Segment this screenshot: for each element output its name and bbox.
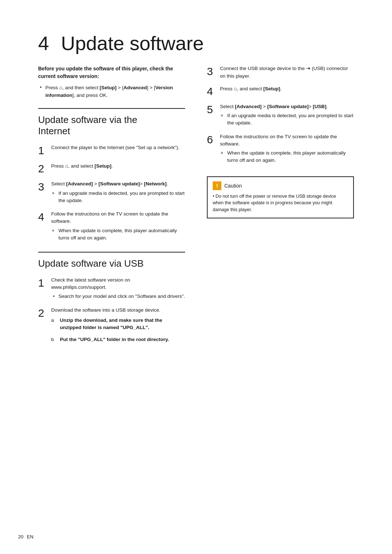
usb-right-step-6-sub: When the update is complete, this player… [220,149,354,164]
usb-right-steps-list: 3 Connect the USB storage device to the … [207,65,354,165]
caution-icon: ! [213,181,221,190]
usb-step-2: 2 Download the software into a USB stora… [38,307,185,348]
usb-right-step-3: 3 Connect the USB storage device to the … [207,65,354,80]
page-footer: 20 EN [18,534,33,539]
main-title: 4 Update software [38,33,354,54]
usb-steps-list: 1 Check the latest software version on w… [38,276,185,348]
usb-step-2b: b Put the "UPG_ALL" folder in the root d… [51,336,185,343]
internet-step-3-sub: If an upgrade media is detected, you are… [51,190,185,205]
section-internet-title: Update software via theInternet [38,114,185,137]
caution-header: ! Caution [213,181,348,190]
internet-step-1: 1 Connect the player to the Internet (se… [38,144,185,157]
usb-section-divider [38,252,185,253]
intro-bullet-1: Press ⌂, and then select [Setup] > [Adva… [38,84,185,99]
caution-text: • Do not turn off the power or remove th… [213,193,348,213]
internet-step-3: 3 Select [Advanced] > [Software update]>… [38,180,185,205]
chapter-number: 4 [38,32,49,54]
usb-right-step-5: 5 Select [Advanced] > [Software update]>… [207,103,354,128]
usb-step-2a: a Unzip the download, and make sure that… [51,317,185,332]
intro-bullets: Press ⌂, and then select [Setup] > [Adva… [38,84,185,99]
caution-title: Caution [224,183,242,189]
internet-step-4-sub: When the update is complete, this player… [51,227,185,242]
internet-steps-list: 1 Connect the player to the Internet (se… [38,144,185,243]
section-usb-title: Update software via USB [38,258,185,269]
internet-section-divider [38,108,185,109]
internet-step-4: 4 Follow the instructions on the TV scre… [38,210,185,243]
page-number: 20 [18,534,23,539]
intro-text: Before you update the software of this p… [38,65,185,80]
usb-step-2-letters: a Unzip the download, and make sure that… [51,317,185,343]
usb-right-step-5-sub: If an upgrade media is detected, you are… [220,112,354,127]
usb-step-1-bullets: Search for your model and click on "Soft… [51,293,185,300]
usb-right-step-4: 4 Press ⌂, and select [Setup]. [207,85,354,98]
usb-right-step-6: 6 Follow the instructions on the TV scre… [207,133,354,165]
caution-box: ! Caution • Do not turn off the power or… [207,176,354,218]
internet-step-2: 2 Press ⌂, and select [Setup]. [38,162,185,175]
usb-step-1: 1 Check the latest software version on w… [38,276,185,301]
